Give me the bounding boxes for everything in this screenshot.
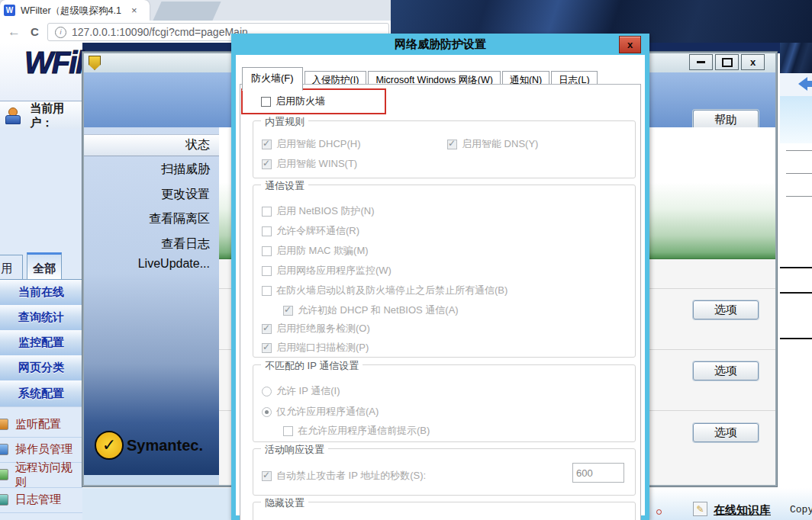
smart-dhcp-checkbox[interactable] xyxy=(262,140,272,149)
checkbox-label[interactable]: 允许令牌环通信(R) xyxy=(276,224,359,238)
radio-label[interactable]: 允许 IP 通信(I) xyxy=(276,384,340,398)
wfilter-logo: WFil xyxy=(24,46,82,80)
checkbox-label[interactable]: 启用智能 WINS(T) xyxy=(276,157,357,171)
options-button-2[interactable]: 选项 xyxy=(693,361,759,380)
port-scan-detection-checkbox[interactable] xyxy=(262,343,272,353)
sidebar-item-online[interactable]: 当前在线 xyxy=(0,280,82,306)
options-button-label: 选项 xyxy=(714,425,737,440)
close-button[interactable]: x xyxy=(741,54,765,70)
sidebar-tab-all[interactable]: 全部 xyxy=(27,252,62,279)
maximize-button[interactable] xyxy=(715,54,739,70)
sidebar-tab-all-label: 全部 xyxy=(33,262,56,276)
token-ring-checkbox[interactable] xyxy=(262,226,272,236)
group-traffic-settings: 通信设置 启用 NetBIOS 防护(N) 允许令牌环通信(R) 启用防 MAC… xyxy=(253,185,636,358)
dialog-close-button[interactable]: x xyxy=(619,36,641,53)
sidebar-item-system-config[interactable]: 系统配置 xyxy=(0,380,82,407)
dialog-title: 网络威胁防护设置 xyxy=(395,37,486,52)
enable-firewall-label[interactable]: 启用防火墙 xyxy=(276,95,325,108)
user-icon xyxy=(4,108,19,124)
symantec-check-icon: ✓ xyxy=(95,431,124,460)
sidebar-item-label: 查询统计 xyxy=(18,310,64,325)
help-button-label: 帮助 xyxy=(714,113,737,127)
smart-wins-checkbox[interactable] xyxy=(262,159,272,169)
tab-firewall[interactable]: 防火墙(F) xyxy=(242,67,303,91)
group-label: 通信设置 xyxy=(261,179,308,193)
screen: W WFilter（超级嗅探狗4.1 × ← C i 127.0.0.1:100… xyxy=(0,0,812,520)
red-highlight-box: 启用防火墙 xyxy=(241,88,386,114)
sidebar-item-listen-config[interactable]: 监听配置 xyxy=(0,412,82,438)
sidebar-item-label: 系统配置 xyxy=(18,387,64,401)
current-user-label: 当前用户： xyxy=(30,101,82,130)
checkbox-label[interactable]: 启用端口扫描检测(P) xyxy=(276,341,369,355)
sep-menu-settings[interactable]: 更改设置 xyxy=(84,187,219,203)
sidebar-item-query-stats[interactable]: 查询统计 xyxy=(0,305,82,331)
dos-detection-checkbox[interactable] xyxy=(262,324,272,334)
pencil-icon: ✎ xyxy=(693,502,707,516)
tab-label: 防火墙(F) xyxy=(251,72,294,84)
options-button-3[interactable]: 选项 xyxy=(693,423,759,442)
checkbox-label[interactable]: 在允许应用程序通信前提示(B) xyxy=(298,424,430,438)
checkbox-label[interactable]: 启用拒绝服务检测(O) xyxy=(276,322,370,335)
sep-menu-quarantine[interactable]: 查看隔离区 xyxy=(84,211,219,227)
block-seconds-input[interactable] xyxy=(572,463,624,483)
symantec-logo: ✓ Symantec. xyxy=(95,431,203,460)
inactive-tab-shape[interactable] xyxy=(153,2,221,21)
allow-initial-dhcp-netbios-checkbox[interactable] xyxy=(283,306,293,316)
checkbox-label[interactable]: 启用 NetBIOS 防护(N) xyxy=(276,204,375,218)
prompt-before-allow-checkbox[interactable] xyxy=(283,426,293,436)
options-button-1[interactable]: 选项 xyxy=(693,300,759,319)
sidebar-item-label: 操作员管理 xyxy=(15,442,72,457)
checkbox-label[interactable]: 允许初始 DHCP 和 NetBIOS 通信(A) xyxy=(298,303,459,317)
group-unmatched-ip: 不匹配的 IP 通信设置 允许 IP 通信(I) 仅允许应用程序通信(A) 在允… xyxy=(253,364,636,442)
current-user-row: 当前用户： xyxy=(0,101,82,130)
back-button-icon[interactable]: ← xyxy=(8,24,21,40)
sidebar-tab-common[interactable]: 用 xyxy=(0,255,23,279)
sep-menu-label: 查看隔离区 xyxy=(149,212,210,225)
block-all-traffic-checkbox[interactable] xyxy=(262,286,272,296)
threat-protection-dialog: 网络威胁防护设置 x 防火墙(F) 入侵防护(I) Microsoft Wind… xyxy=(231,34,649,520)
sep-menu-logs[interactable]: 查看日志 xyxy=(84,236,219,252)
netbios-protection-checkbox[interactable] xyxy=(262,207,272,217)
checkbox-label[interactable]: 启用智能 DHCP(H) xyxy=(276,137,361,151)
url-text[interactable]: 127.0.0.1:10090/fcgi?cmd=pageMain xyxy=(72,26,248,38)
remote-access-icon xyxy=(0,469,8,480)
sep-menu-status[interactable]: 状态 xyxy=(84,134,219,156)
tab-title: WFilter（超级嗅探狗4.1 xyxy=(21,5,126,18)
group-builtin-rules: 内置规则 启用智能 DHCP(H) 启用智能 DNS(Y) 启用智能 WINS(… xyxy=(253,120,636,178)
tab-close-icon[interactable]: × xyxy=(131,5,137,15)
sidebar-item-operator-mgmt[interactable]: 操作员管理 xyxy=(0,437,82,463)
checkbox-label[interactable]: 在防火墙启动以前及防火墙停止之后禁止所有通信(B) xyxy=(276,284,508,297)
wfilter-favicon: W xyxy=(4,5,15,16)
sidebar-item-remote-access-rules[interactable]: 远程访问规则 xyxy=(0,462,82,488)
network-app-monitor-checkbox[interactable] xyxy=(262,266,272,276)
auto-block-attacker-checkbox[interactable] xyxy=(262,471,272,481)
checkbox-label[interactable]: 启用网络应用程序监控(W) xyxy=(276,264,392,278)
sep-menu-label: LiveUpdate... xyxy=(138,257,210,270)
smart-dns-checkbox[interactable] xyxy=(447,140,457,149)
desktop-background-strip xyxy=(780,43,812,73)
sidebar-item-monitor-config[interactable]: 监控配置 xyxy=(0,330,82,356)
info-icon[interactable]: i xyxy=(55,27,66,38)
wfilter-logo-banner: WFil xyxy=(0,43,82,101)
sep-menu-liveupdate[interactable]: LiveUpdate... xyxy=(84,257,219,271)
checkbox-label[interactable]: 启用智能 DNS(Y) xyxy=(462,137,538,151)
checkbox-label[interactable]: 自动禁止攻击者 IP 地址的秒数(S): xyxy=(276,469,426,483)
allow-app-traffic-only-radio[interactable] xyxy=(262,407,272,417)
allow-ip-traffic-radio[interactable] xyxy=(262,387,272,396)
sep-menu-label: 扫描威胁 xyxy=(161,162,210,175)
knowledge-base-link[interactable]: 在线知识库 xyxy=(714,503,771,518)
sidebar-item-log-mgmt[interactable]: 日志管理 xyxy=(0,487,82,513)
anti-mac-spoofing-checkbox[interactable] xyxy=(262,246,272,256)
minimize-button[interactable] xyxy=(689,54,713,70)
checkbox-label[interactable]: 启用防 MAC 欺骗(M) xyxy=(276,244,369,258)
enable-firewall-checkbox[interactable] xyxy=(261,97,271,107)
back-arrow-icon[interactable] xyxy=(798,77,812,91)
reload-button-icon[interactable]: C xyxy=(31,25,39,38)
sidebar-item-web-category[interactable]: 网页分类 xyxy=(0,355,82,381)
radio-label[interactable]: 仅允许应用程序通信(A) xyxy=(276,405,379,419)
group-label: 内置规则 xyxy=(261,115,308,129)
dialog-close-icon: x xyxy=(627,39,633,50)
sep-menu-scan[interactable]: 扫描威胁 xyxy=(84,162,219,178)
dialog-titlebar[interactable]: 网络威胁防护设置 x xyxy=(236,34,645,55)
browser-tab[interactable]: W WFilter（超级嗅探狗4.1 × xyxy=(0,0,150,21)
